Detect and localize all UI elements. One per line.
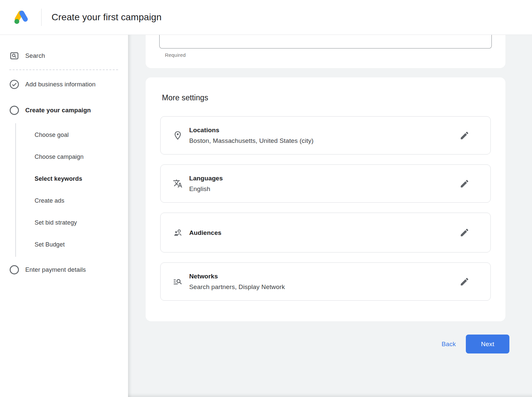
google-ads-logo-icon	[13, 8, 31, 26]
setting-value: Boston, Massachusetts, United States (ci…	[189, 136, 314, 145]
edit-languages-button[interactable]	[457, 176, 472, 191]
required-helper-text: Required	[165, 52, 492, 58]
step-label: Enter payment details	[25, 266, 86, 273]
setting-row-languages: Languages English	[160, 164, 491, 203]
page-title: Create your first campaign	[52, 12, 162, 23]
more-settings-title: More settings	[162, 93, 491, 102]
substep-choose-campaign[interactable]: Choose campaign	[16, 146, 128, 168]
substep-create-ads[interactable]: Create ads	[16, 190, 128, 212]
steps-sidebar: Search Add business information Create y…	[0, 35, 128, 397]
step-label: Add business information	[25, 81, 95, 88]
substep-label: Choose campaign	[35, 153, 83, 160]
check-circle-icon	[9, 79, 19, 89]
setting-row-networks: Networks Search partners, Display Networ…	[160, 262, 491, 301]
substep-label: Create ads	[35, 197, 65, 204]
setting-title: Locations	[189, 126, 314, 135]
substep-label: Choose goal	[35, 132, 69, 139]
substep-select-keywords[interactable]: Select keywords	[16, 168, 128, 190]
back-button[interactable]: Back	[433, 337, 465, 351]
setting-title: Languages	[189, 174, 223, 183]
sidebar-item-label: Search	[25, 52, 45, 59]
pencil-icon	[460, 131, 469, 141]
substep-label: Set bid strategy	[35, 219, 77, 226]
header-divider	[41, 9, 42, 26]
keywords-input[interactable]	[159, 35, 492, 49]
wizard-actions: Back Next	[146, 335, 509, 353]
setting-row-audiences: Audiences	[160, 213, 491, 252]
next-button[interactable]: Next	[466, 335, 509, 353]
sidebar-divider	[9, 69, 118, 70]
setting-row-locations: Locations Boston, Massachusetts, United …	[160, 116, 491, 154]
people-icon	[173, 228, 183, 238]
setting-value: Search partners, Display Network	[189, 282, 285, 291]
step-enter-payment-details[interactable]: Enter payment details	[0, 257, 128, 283]
sidebar-item-search[interactable]: Search	[0, 46, 128, 65]
substep-label: Set Budget	[35, 241, 65, 248]
pencil-icon	[460, 228, 469, 238]
manage-search-icon	[173, 277, 183, 286]
edit-audiences-button[interactable]	[457, 225, 472, 240]
more-settings-card: More settings Locations Boston, Massachu…	[146, 77, 505, 321]
pencil-icon	[460, 277, 469, 287]
substep-set-bid-strategy[interactable]: Set bid strategy	[16, 212, 128, 234]
main-panel: Required More settings Locations Boston,…	[128, 35, 532, 397]
substep-label-active: Select keywords	[35, 175, 82, 182]
step-create-your-campaign[interactable]: Create your campaign	[0, 97, 128, 123]
campaign-substeps: Choose goal Choose campaign Select keywo…	[15, 123, 128, 257]
setting-value: English	[189, 184, 223, 193]
edit-networks-button[interactable]	[457, 274, 472, 289]
substep-choose-goal[interactable]: Choose goal	[16, 124, 128, 146]
pencil-icon	[460, 179, 469, 189]
keywords-card: Required	[146, 35, 505, 68]
setting-title: Networks	[189, 272, 285, 281]
substep-set-budget[interactable]: Set Budget	[16, 234, 128, 255]
edit-locations-button[interactable]	[457, 128, 472, 143]
radio-circle-icon	[9, 105, 19, 115]
translate-icon	[173, 179, 183, 188]
content-area: Search Add business information Create y…	[0, 35, 532, 397]
setting-title: Audiences	[189, 228, 221, 237]
app-header: Create your first campaign	[0, 0, 532, 35]
step-label: Create your campaign	[25, 107, 91, 114]
search-campaign-icon	[9, 51, 19, 61]
location-pin-icon	[173, 131, 183, 140]
radio-circle-icon	[9, 265, 19, 275]
step-add-business-information[interactable]: Add business information	[0, 71, 128, 97]
